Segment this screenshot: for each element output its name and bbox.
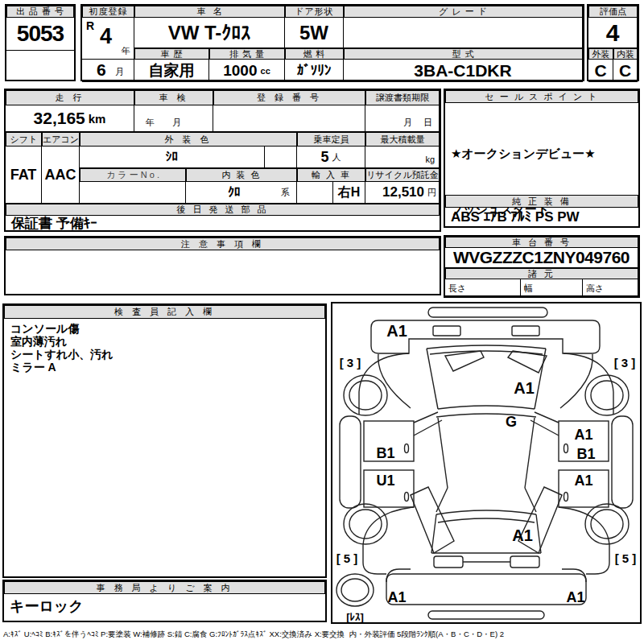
score-box: 評価点 4 外装 内装 C C [587,4,639,81]
transfer-placeholder: 月 日 [403,117,432,129]
front-sensor-right [512,326,539,336]
inspector-header: 検 査 員 記 入 欄 [4,305,325,319]
model-code-header: 型 式 [344,48,583,60]
capacity-value: 5 人 [297,147,365,168]
cowl-line [436,414,536,417]
taillight-left [434,556,463,568]
sales-points-header: セ ー ル ス ポ イ ン ト [445,90,638,103]
front-sensor-left [433,326,460,336]
inspector-box: 検 査 員 記 入 欄 コンソール傷 室内薄汚れ シートすれ小、汚れ ミラー A [2,303,327,578]
wheel-rear-right [585,504,629,544]
specs-header: 諸 元 [445,268,638,279]
rear-bumper-corner-right [562,569,586,582]
aircon-value: AAC [42,147,80,204]
first-reg-month: 6 [97,60,106,80]
lot-number-header: 出 品 番 号 [6,6,74,18]
damage-label-windshield: A1 [514,379,535,397]
first-reg-month-cell: 6 月 [82,60,134,82]
ext-color-value: ｼﾛ [80,147,265,168]
fuel-value: ｶﾞｿﾘﾝ [285,60,344,82]
history-value: 自家用 [134,60,209,82]
auction-sheet: 出 品 番 号 5053 初度登録 R 4 年 6 月 車 名 VW T-ｸﾛｽ… [0,0,644,644]
displacement-number: 1000 [223,62,257,80]
car-name-header: 車 名 [134,6,285,18]
lot-number-box: 出 品 番 号 5053 [5,4,76,81]
import-sub-cell [297,182,333,204]
first-reg-header: 初度登録 [82,6,134,18]
damage-label-rear-bumper-right: A1 [566,589,584,605]
sales-points-box: セ ー ル ス ポ イ ン ト ★オークションデビュー★ プッシュスタート ディ… [444,89,640,228]
wheel-rear-left [344,504,387,544]
spec-length-cell: 長さ [445,279,521,296]
connector-front-left [414,412,442,436]
a-pillar-left [427,349,438,409]
color-no-value [80,182,186,204]
rocker-strip-right [612,416,633,508]
rear-fender-right [559,507,609,574]
office-box: 事 務 局 よ り ご 案 内 キーロック [2,580,327,622]
windshield-base [438,406,535,409]
first-reg-year-unit: 年 [122,45,130,57]
door-handle-front-right [564,444,568,453]
ext-color-sub-cell [265,147,297,168]
aircon-header: エアコン [42,132,80,147]
hatch-side-left [431,514,436,553]
recycle-header: リサイクル預託金 [365,168,440,182]
score-value: 4 [588,18,638,48]
spec-width-label: 幅 [524,283,533,295]
connector-front-right [530,412,559,436]
transfer-header: 譲渡書類期限 [365,90,440,105]
spec-length-label: 長さ [448,283,466,295]
notes-content [6,250,440,294]
door-shape-header: ドア形状 [285,6,344,18]
equipment-value: ABS ｴｱB ｱﾙﾐ PS PW [445,208,638,226]
later-parts-value: 保証書 予備ｷｰ [6,216,440,230]
capacity-number: 5 [320,149,328,166]
displacement-header: 排 気 量 [209,48,285,60]
tire-depth-front-left: [ 3 ] [340,356,361,369]
windshield-top-edge [427,345,546,349]
max-load-header: 最大積載量 [365,132,440,147]
spare-tire [336,574,374,606]
grade-value [344,18,583,48]
tire-depth-front-right: [ 3 ] [614,356,636,369]
car-name-value: VW T-ｸﾛｽ [134,18,285,48]
inspector-notes: コンソール傷 室内薄汚れ シートすれ小、汚れ ミラー A [4,319,325,576]
damage-diagram-box: A1 [ 3 ] [ 3 ] A1 G B1 A1 B1 U1 A1 A1 [ … [331,302,642,624]
damage-code-legend: A:ｷｽﾞ U:ﾍｺﾐ B:ｷｽﾞを伴うﾍｺﾐ P:要塗装 W:補修跡 S:錆 … [3,630,641,640]
sales-point-line: ★オークションデビュー★ [451,144,633,163]
grade-header: グ レ ー ド [344,6,583,18]
int-color-value: ｸﾛ 系 [186,182,297,204]
roof-side-left [438,418,448,488]
shift-header: シフト [6,132,42,147]
lot-number-value: 5053 [6,18,74,50]
int-color-name: ｸﾛ [228,185,241,200]
vehicle-info-box: 初度登録 R 4 年 6 月 車 名 VW T-ｸﾛｽ 車 歴 自家用 排 気 … [80,4,584,81]
notes-box: 注 意 事 項 欄 [4,236,441,295]
sales-points-lines: ★オークションデビュー★ プッシュスタート ディスプレイオーディオ [445,103,638,195]
recycle-value: 12,510 円 [365,182,440,204]
damage-label-front-bumper: A1 [386,322,407,340]
model-code-value: 3BA-C1DKR [344,60,583,82]
capacity-unit: 人 [332,151,341,163]
exterior-header: 外装 [588,48,613,60]
interior-header: 内装 [613,48,638,60]
max-load-unit: kg [425,155,435,164]
wheel-front-right [585,375,629,415]
cowl-side-left [378,354,411,408]
rocker-strip-left [340,416,361,508]
tire-depth-rear-left: [ 5 ] [336,551,358,565]
capacity-header: 乗車定員 [297,132,365,147]
damage-label-door-front-right-lower: B1 [576,446,595,462]
chassis-header: 車 台 番 号 [445,237,638,248]
damage-label-door-rear-left: U1 [376,473,394,489]
rear-fender-left [363,507,414,574]
lot-number-empty [6,50,74,80]
import-header: 輸 入 車 [297,168,365,182]
reg-no-header: 登 録 番 号 [213,90,365,105]
first-reg-year: 4 [100,24,112,49]
damage-label-door-front-right-upper: A1 [574,427,592,443]
shaken-header: 車 検 [134,90,213,105]
exterior-value: C [588,60,613,82]
front-trim-bar [428,308,547,317]
